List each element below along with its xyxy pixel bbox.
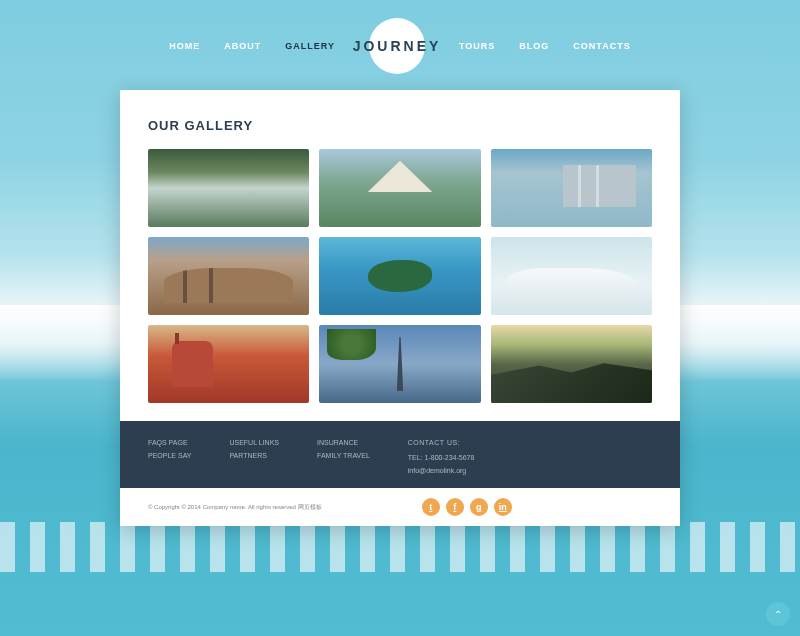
footer-link[interactable]: FAMILY TRAVEL — [317, 452, 370, 459]
gallery-item[interactable] — [148, 325, 309, 403]
gallery-item[interactable] — [319, 237, 480, 315]
gallery-item[interactable] — [491, 237, 652, 315]
footer-contact: CONTACT US: TEL: 1-800-234-5678 info@dem… — [408, 439, 475, 474]
google-plus-icon[interactable]: g — [470, 498, 488, 516]
nav-home[interactable]: HOME — [169, 41, 200, 51]
facebook-icon[interactable]: f — [446, 498, 464, 516]
gallery-item[interactable] — [491, 325, 652, 403]
gallery-item[interactable] — [148, 149, 309, 227]
nav-tours[interactable]: TOURS — [459, 41, 495, 51]
footer-col-1: FAQS PAGE PEOPLE SAY — [148, 439, 191, 474]
main-panel: OUR GALLERY FAQS PAGE PEOPLE SAY USEFUL … — [120, 90, 680, 526]
gallery-item[interactable] — [319, 149, 480, 227]
contact-tel: TEL: 1-800-234-5678 — [408, 454, 475, 461]
footer-link[interactable]: USEFUL LINKS — [229, 439, 279, 446]
gallery-grid — [148, 149, 652, 403]
gallery-item[interactable] — [491, 149, 652, 227]
footer-link[interactable]: FAQS PAGE — [148, 439, 191, 446]
twitter-icon[interactable]: t — [422, 498, 440, 516]
linkedin-icon[interactable]: in — [494, 498, 512, 516]
main-nav: HOME ABOUT GALLERY JOURNEY TOURS BLOG CO… — [0, 0, 800, 82]
page-title: OUR GALLERY — [148, 118, 652, 133]
gallery-section: OUR GALLERY — [120, 90, 680, 421]
chevron-up-icon: ⌃ — [774, 609, 782, 620]
sub-footer: © Copyright © 2014 Company name. All rig… — [120, 488, 680, 526]
footer-link[interactable]: PARTNERS — [229, 452, 279, 459]
nav-blog[interactable]: BLOG — [519, 41, 549, 51]
footer-col-3: INSURANCE FAMILY TRAVEL — [317, 439, 370, 474]
scroll-to-top-button[interactable]: ⌃ — [766, 602, 790, 626]
footer: FAQS PAGE PEOPLE SAY USEFUL LINKS PARTNE… — [120, 421, 680, 488]
gallery-item[interactable] — [148, 237, 309, 315]
social-links: t f g in — [422, 498, 512, 516]
nav-about[interactable]: ABOUT — [224, 41, 261, 51]
contact-title: CONTACT US: — [408, 439, 475, 446]
footer-link[interactable]: PEOPLE SAY — [148, 452, 191, 459]
footer-col-2: USEFUL LINKS PARTNERS — [229, 439, 279, 474]
copyright: © Copyright © 2014 Company name. All rig… — [148, 503, 322, 512]
nav-gallery[interactable]: GALLERY — [285, 41, 335, 51]
contact-email[interactable]: info@demolink.org — [408, 467, 475, 474]
nav-contacts[interactable]: CONTACTS — [573, 41, 630, 51]
logo[interactable]: JOURNEY — [369, 18, 425, 74]
gallery-item[interactable] — [319, 325, 480, 403]
footer-link[interactable]: INSURANCE — [317, 439, 370, 446]
